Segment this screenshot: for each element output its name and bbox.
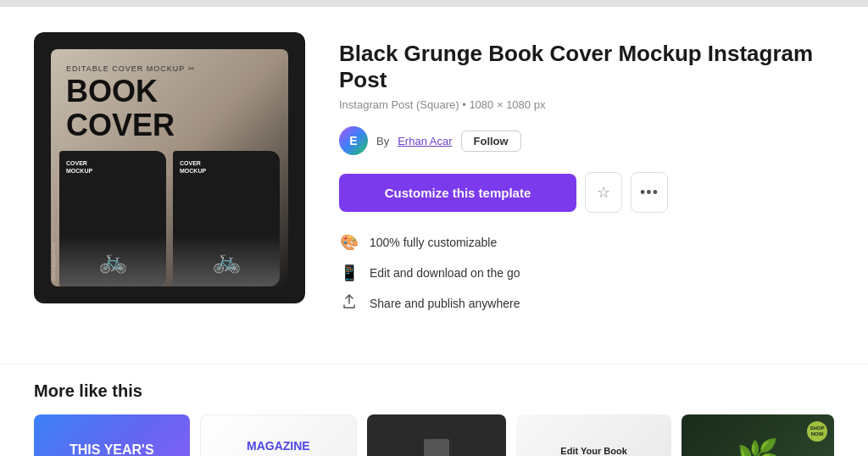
author-by-label: By (376, 135, 389, 147)
author-row: E By Erhan Acar Follow (339, 126, 834, 155)
thumbnail-4[interactable]: Edit Your Bookas You Like (516, 414, 672, 456)
thumb-2-content: MAGAZINECOVER Editable product mockup yo… (220, 439, 337, 456)
template-preview: EDITABLE COVER MOCKUP ✂ BOOK COVER COVER… (34, 32, 305, 303)
book-label-1: COVERMOCKUP (66, 159, 159, 175)
more-section: More like this This Year'sLast Book MAGA… (0, 364, 868, 456)
feature-item-2: 📱 Edit and download on the go (339, 264, 834, 282)
watermark: @readygram.site (51, 242, 56, 281)
dark-book-block (424, 439, 449, 456)
book-card-1: COVERMOCKUP 🚲 (59, 151, 166, 286)
thumbnail-1[interactable]: This Year'sLast Book (34, 414, 190, 456)
content-area: EDITABLE COVER MOCKUP ✂ BOOK COVER COVER… (34, 32, 834, 313)
template-title: Black Grunge Book Cover Mockup Instagram… (339, 41, 834, 93)
thumbnails-row: This Year'sLast Book MAGAZINECOVER Edita… (34, 414, 834, 456)
book-card-2: COVERMOCKUP 🚲 (173, 151, 280, 286)
books-area: COVERMOCKUP 🚲 COVERMOCKUP 🚲 (59, 151, 280, 286)
top-bar (0, 0, 868, 7)
thumbnail-5[interactable]: 🌿 WORLDBOOK SHOPNOW (682, 414, 834, 456)
scissors-icon: ✂ (188, 64, 196, 73)
more-icon: ••• (640, 184, 659, 202)
customizable-icon: 🎨 (339, 233, 359, 252)
star-button[interactable]: ☆ (585, 172, 622, 213)
preview-subtitle: EDITABLE COVER MOCKUP ✂ (66, 64, 196, 73)
feature-text-2: Edit and download on the go (370, 266, 520, 280)
features-list: 🎨 100% fully customizable 📱 Edit and dow… (339, 233, 834, 313)
author-name[interactable]: Erhan Acar (398, 135, 452, 147)
shop-now-badge: SHOPNOW (807, 421, 827, 442)
template-meta: Instagram Post (Square) • 1080 × 1080 px (339, 98, 834, 111)
bike-decoration-1: 🚲 (59, 236, 166, 286)
leaf-icon: 🌿 (737, 437, 779, 456)
author-avatar: E (339, 126, 368, 155)
follow-button[interactable]: Follow (461, 131, 521, 152)
more-like-this-title: More like this (34, 364, 834, 401)
share-icon (339, 294, 359, 313)
thumb-4-label: Edit Your Bookas You Like (560, 445, 626, 456)
main-container: EDITABLE COVER MOCKUP ✂ BOOK COVER COVER… (0, 7, 868, 364)
preview-inner: EDITABLE COVER MOCKUP ✂ BOOK COVER COVER… (51, 49, 288, 286)
bike-icon-1: 🚲 (59, 236, 166, 286)
feature-item-1: 🎨 100% fully customizable (339, 233, 834, 252)
feature-item-3: Share and publish anywhere (339, 294, 834, 313)
more-options-button[interactable]: ••• (631, 172, 668, 213)
thumbnail-2[interactable]: MAGAZINECOVER Editable product mockup yo… (200, 414, 358, 456)
bike-decoration-2: 🚲 (173, 236, 280, 286)
details-panel: Black Grunge Book Cover Mockup Instagram… (339, 32, 834, 313)
thumbnail-3[interactable] (367, 414, 506, 456)
star-icon: ☆ (597, 183, 610, 202)
bike-icon-2: 🚲 (173, 236, 280, 286)
feature-text-3: Share and publish anywhere (370, 297, 520, 310)
feature-text-1: 100% fully customizable (370, 236, 497, 249)
cta-row: Customize this template ☆ ••• (339, 172, 834, 213)
mobile-icon: 📱 (339, 264, 359, 282)
thumb-2-label: MAGAZINECOVER (220, 439, 337, 456)
customize-button[interactable]: Customize this template (339, 174, 576, 212)
book-label-2: COVERMOCKUP (180, 159, 273, 175)
thumb-1-label: This Year'sLast Book (70, 442, 154, 456)
preview-main-title: BOOK COVER (66, 75, 273, 142)
